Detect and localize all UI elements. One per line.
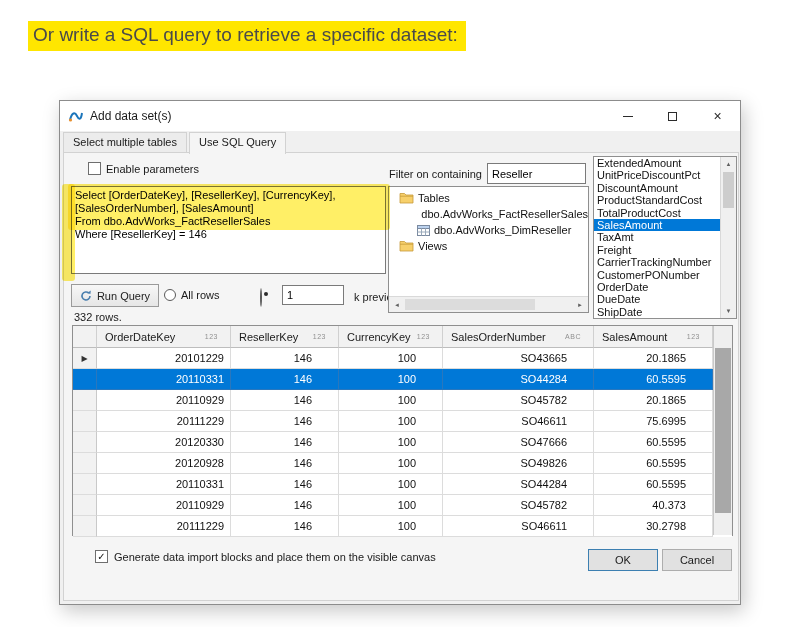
all-rows-radio[interactable]: All rows: [164, 289, 220, 301]
grid-cell[interactable]: 100: [339, 432, 443, 453]
k-preview-radio[interactable]: [260, 289, 262, 307]
grid-cell[interactable]: 30.2798: [594, 516, 713, 537]
grid-cell[interactable]: 20111229: [97, 411, 231, 432]
grid-cell[interactable]: 146: [231, 348, 339, 369]
titlebar[interactable]: Add data set(s) ×: [60, 101, 740, 131]
scrollbar-track[interactable]: [405, 297, 572, 312]
grid-cell[interactable]: 20110331: [97, 474, 231, 495]
maximize-button[interactable]: [650, 101, 695, 131]
grid-cell[interactable]: 146: [231, 369, 339, 390]
tab-use-sql-query[interactable]: Use SQL Query: [189, 132, 286, 154]
grid-cell[interactable]: 100: [339, 411, 443, 432]
grid-cell[interactable]: 20110929: [97, 390, 231, 411]
field-list-item[interactable]: ProductStandardCost: [594, 194, 720, 206]
sql-query-input[interactable]: Select [OrderDateKey], [ResellerKey], [C…: [71, 186, 386, 274]
row-header[interactable]: [73, 369, 97, 390]
grid-cell[interactable]: SO44284: [443, 369, 594, 390]
grid-row[interactable]: 20110331146100SO4428460.5595: [73, 369, 732, 390]
close-button[interactable]: ×: [695, 101, 740, 131]
field-list-item[interactable]: OrderDate: [594, 281, 720, 293]
scroll-down-icon[interactable]: ▼: [721, 304, 736, 318]
grid-cell[interactable]: 146: [231, 411, 339, 432]
row-header[interactable]: [73, 411, 97, 432]
grid-cell[interactable]: 60.5595: [594, 453, 713, 474]
row-header[interactable]: ▶: [73, 348, 97, 369]
grid-cell[interactable]: 40.373: [594, 495, 713, 516]
grid-row[interactable]: 20110929146100SO4578240.373: [73, 495, 732, 516]
grid-cell[interactable]: 60.5595: [594, 432, 713, 453]
grid-cell[interactable]: 100: [339, 516, 443, 537]
field-list-item[interactable]: SalesAmount: [594, 219, 720, 231]
grid-cell[interactable]: 60.5595: [594, 369, 713, 390]
field-list-item[interactable]: UnitPriceDiscountPct: [594, 169, 720, 181]
grid-cell[interactable]: SO44284: [443, 474, 594, 495]
grid-cell[interactable]: 146: [231, 474, 339, 495]
grid-cell[interactable]: 60.5595: [594, 474, 713, 495]
grid-cell[interactable]: 146: [231, 390, 339, 411]
field-list-item[interactable]: Freight: [594, 244, 720, 256]
grid-cell[interactable]: 75.6995: [594, 411, 713, 432]
row-header[interactable]: [73, 516, 97, 537]
grid-cell[interactable]: 100: [339, 474, 443, 495]
field-list-item[interactable]: CustomerPONumber: [594, 269, 720, 281]
grid-cell[interactable]: 20.1865: [594, 348, 713, 369]
grid-cell[interactable]: 100: [339, 369, 443, 390]
row-header[interactable]: [73, 474, 97, 495]
enable-parameters-checkbox[interactable]: Enable parameters: [88, 162, 199, 175]
grid-cell[interactable]: 20.1865: [594, 390, 713, 411]
grid-row[interactable]: 20111229146100SO4661175.6995: [73, 411, 732, 432]
k-preview-input[interactable]: [282, 285, 344, 305]
scroll-right-icon[interactable]: ►: [572, 302, 588, 308]
grid-cell[interactable]: 20120928: [97, 453, 231, 474]
field-list-item[interactable]: DueDate: [594, 293, 720, 305]
grid-column-header[interactable]: ResellerKey123: [231, 326, 339, 348]
filter-input[interactable]: [487, 163, 586, 184]
tree-horizontal-scrollbar[interactable]: ◄ ►: [389, 296, 588, 312]
grid-cell[interactable]: SO45782: [443, 495, 594, 516]
run-query-button[interactable]: Run Query: [71, 284, 159, 307]
generate-blocks-checkbox[interactable]: ✓ Generate data import blocks and place …: [95, 550, 436, 563]
field-list-item[interactable]: ExtendedAmount: [594, 157, 720, 169]
grid-row[interactable]: 20110929146100SO4578220.1865: [73, 390, 732, 411]
grid-row[interactable]: 20111229146100SO4661130.2798: [73, 516, 732, 537]
field-list-item[interactable]: DiscountAmount: [594, 182, 720, 194]
scroll-left-icon[interactable]: ◄: [389, 302, 405, 308]
grid-cell[interactable]: SO43665: [443, 348, 594, 369]
cancel-button[interactable]: Cancel: [662, 549, 732, 571]
grid-column-header[interactable]: CurrencyKey123: [339, 326, 443, 348]
grid-cell[interactable]: 146: [231, 516, 339, 537]
fields-vertical-scrollbar[interactable]: ▲ ▼: [720, 157, 736, 318]
field-list-item[interactable]: ShipDate: [594, 306, 720, 318]
grid-cell[interactable]: SO46611: [443, 411, 594, 432]
grid-cell[interactable]: 146: [231, 453, 339, 474]
grid-cell[interactable]: SO49826: [443, 453, 594, 474]
grid-cell[interactable]: 20101229: [97, 348, 231, 369]
row-header[interactable]: [73, 432, 97, 453]
row-header[interactable]: [73, 390, 97, 411]
scrollbar-thumb[interactable]: [723, 172, 734, 208]
field-list-item[interactable]: CarrierTrackingNumber: [594, 256, 720, 268]
tab-select-multiple-tables[interactable]: Select multiple tables: [63, 132, 187, 153]
grid-row[interactable]: 20120330146100SO4766660.5595: [73, 432, 732, 453]
grid-row[interactable]: 20110331146100SO4428460.5595: [73, 474, 732, 495]
scrollbar-thumb[interactable]: [405, 299, 535, 310]
grid-column-header[interactable]: SalesOrderNumberABC: [443, 326, 594, 348]
scroll-up-icon[interactable]: ▲: [721, 157, 736, 171]
grid-cell[interactable]: SO47666: [443, 432, 594, 453]
grid-cell[interactable]: 100: [339, 453, 443, 474]
minimize-button[interactable]: [605, 101, 650, 131]
grid-vertical-scrollbar[interactable]: [713, 326, 732, 535]
grid-cell[interactable]: 100: [339, 390, 443, 411]
field-list-item[interactable]: TaxAmt: [594, 231, 720, 243]
grid-cell[interactable]: 20120330: [97, 432, 231, 453]
row-header[interactable]: [73, 495, 97, 516]
tree-node-dim-reseller[interactable]: dbo.AdvWorks_DimReseller: [389, 222, 588, 238]
row-header[interactable]: [73, 453, 97, 474]
tree-node-views[interactable]: Views: [389, 238, 588, 254]
grid-cell[interactable]: 20110331: [97, 369, 231, 390]
grid-cell[interactable]: SO46611: [443, 516, 594, 537]
grid-column-header[interactable]: OrderDateKey123: [97, 326, 231, 348]
grid-cell[interactable]: 20110929: [97, 495, 231, 516]
grid-cell[interactable]: 20111229: [97, 516, 231, 537]
grid-column-header[interactable]: SalesAmount123: [594, 326, 713, 348]
